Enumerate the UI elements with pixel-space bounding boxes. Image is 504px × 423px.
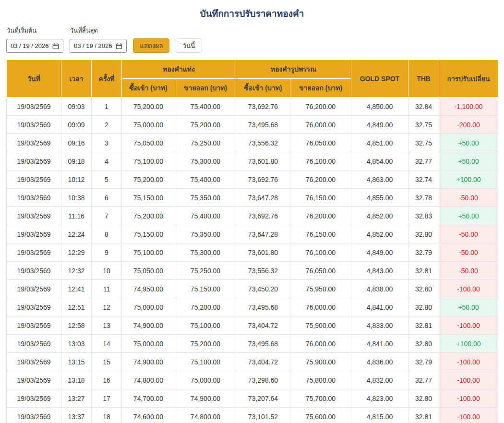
cell-date: 19/03/2569 xyxy=(7,189,61,207)
cell-change: -200.00 xyxy=(439,116,498,134)
cell-jewelry-sell: 76,150.00 xyxy=(290,225,351,243)
cell-gold-spot: 4,815.00 xyxy=(351,408,408,423)
end-date-value: 03 / 19 / 2026 xyxy=(74,42,112,49)
cell-thb: 32.75 xyxy=(408,134,439,152)
cell-time: 12:29 xyxy=(61,243,92,262)
start-date-label: วันที่เริ่มต้น xyxy=(7,25,63,36)
cell-bar-sell: 75,200.00 xyxy=(175,335,236,353)
table-body: 19/03/256909:03175,200.0075,400.0073,692… xyxy=(7,97,498,423)
cell-change: +100.00 xyxy=(439,170,498,189)
end-date-input[interactable]: 03 / 19 / 2026 xyxy=(70,39,127,53)
cell-thb: 32.74 xyxy=(408,170,439,189)
cell-gold-spot: 4,841.00 xyxy=(351,335,408,353)
header-bar-buy: ซื้อเข้า (บาท) xyxy=(122,79,175,97)
cell-jewelry-buy: 73,404.72 xyxy=(236,353,290,371)
cell-jewelry-buy: 73,495.68 xyxy=(236,298,290,316)
cell-thb: 32.81 xyxy=(408,262,439,280)
header-row-groups: วันที่ เวลา ครั้งที่ ทองคำแท่ง ทองคำรูปพ… xyxy=(7,60,498,79)
cell-jewelry-sell: 76,200.00 xyxy=(290,97,351,116)
cell-jewelry-sell: 76,000.00 xyxy=(290,298,351,316)
cell-date: 19/03/2569 xyxy=(7,298,61,316)
cell-bar-sell: 75,150.00 xyxy=(175,280,236,298)
cell-date: 19/03/2569 xyxy=(7,353,61,371)
cell-bar-sell: 75,350.00 xyxy=(175,189,236,207)
cell-time: 13:15 xyxy=(61,353,92,371)
cell-time: 09:18 xyxy=(61,152,92,170)
cell-thb: 32.83 xyxy=(408,207,439,225)
header-thb: THB xyxy=(408,60,439,97)
table-row: 19/03/256913:181674,800.0075,000.0073,29… xyxy=(7,371,498,389)
cell-round: 4 xyxy=(92,152,122,170)
cell-jewelry-sell: 75,600.00 xyxy=(290,408,351,423)
cell-thb: 32.81 xyxy=(408,408,439,423)
cell-change: +50.00 xyxy=(439,207,498,225)
cell-bar-sell: 74,800.00 xyxy=(175,408,236,423)
cell-change: -50.00 xyxy=(439,262,498,280)
cell-time: 13:03 xyxy=(61,335,92,353)
header-time: เวลา xyxy=(61,60,92,97)
cell-date: 19/03/2569 xyxy=(7,316,61,335)
cell-thb: 32.77 xyxy=(408,371,439,389)
today-button[interactable]: วันนี้ xyxy=(176,38,202,53)
cell-gold-spot: 4,851.00 xyxy=(351,134,408,152)
end-date-label: วันที่สิ้นสุด xyxy=(70,25,127,36)
cell-bar-sell: 75,200.00 xyxy=(175,298,236,316)
cell-jewelry-buy: 73,601.80 xyxy=(236,243,290,262)
cell-bar-sell: 75,300.00 xyxy=(175,152,236,170)
cell-date: 19/03/2569 xyxy=(7,152,61,170)
cell-time: 13:18 xyxy=(61,371,92,389)
cell-time: 12:41 xyxy=(61,280,92,298)
cell-bar-buy: 74,600.00 xyxy=(122,408,175,423)
cell-bar-buy: 75,100.00 xyxy=(122,152,175,170)
cell-jewelry-sell: 75,800.00 xyxy=(290,371,351,389)
cell-jewelry-sell: 76,050.00 xyxy=(290,134,351,152)
table-row: 19/03/256911:16775,200.0075,400.0073,692… xyxy=(7,207,498,225)
cell-round: 14 xyxy=(92,335,122,353)
cell-jewelry-sell: 76,200.00 xyxy=(290,170,351,189)
cell-thb: 32.79 xyxy=(408,353,439,371)
cell-change: +100.00 xyxy=(439,335,498,353)
cell-change: -100.00 xyxy=(439,353,498,371)
header-date: วันที่ xyxy=(7,60,61,97)
cell-jewelry-buy: 73,556.32 xyxy=(236,134,290,152)
start-date-input[interactable]: 03 / 19 / 2026 xyxy=(6,39,63,53)
cell-round: 15 xyxy=(92,353,122,371)
page-container: บันทึกการปรับราคาทองคำ วันที่เริ่มต้น 03… xyxy=(0,6,504,423)
header-round: ครั้งที่ xyxy=(92,60,122,97)
cell-bar-buy: 74,900.00 xyxy=(122,316,175,335)
cell-bar-sell: 75,100.00 xyxy=(175,316,236,335)
cell-bar-buy: 75,150.00 xyxy=(122,225,175,243)
header-jewelry-buy: ซื้อเข้า (บาท) xyxy=(236,79,290,97)
cell-date: 19/03/2569 xyxy=(7,389,61,408)
cell-bar-buy: 74,950.00 xyxy=(122,280,175,298)
cell-gold-spot: 4,852.00 xyxy=(351,207,408,225)
cell-round: 16 xyxy=(92,371,122,389)
cell-time: 12:51 xyxy=(61,298,92,316)
cell-date: 19/03/2569 xyxy=(7,280,61,298)
show-results-button[interactable]: แสดงผล xyxy=(133,38,169,53)
cell-bar-sell: 75,000.00 xyxy=(175,371,236,389)
cell-change: -100.00 xyxy=(439,389,498,408)
cell-time: 13:37 xyxy=(61,408,92,423)
cell-change: -1,100.00 xyxy=(439,97,498,116)
cell-jewelry-sell: 75,900.00 xyxy=(290,353,351,371)
calendar-icon[interactable] xyxy=(52,43,59,49)
calendar-icon[interactable] xyxy=(116,43,122,49)
cell-jewelry-buy: 73,692.76 xyxy=(236,170,290,189)
cell-round: 11 xyxy=(92,280,122,298)
cell-thb: 32.80 xyxy=(408,280,439,298)
cell-thb: 32.80 xyxy=(408,389,439,408)
cell-jewelry-buy: 73,601.80 xyxy=(236,152,290,170)
end-date-field: วันที่สิ้นสุด 03 / 19 / 2026 xyxy=(70,25,127,53)
start-date-value: 03 / 19 / 2026 xyxy=(11,42,49,49)
table-row: 19/03/256913:271774,700.0074,900.0073,20… xyxy=(7,389,498,408)
cell-date: 19/03/2569 xyxy=(7,134,61,152)
cell-bar-buy: 75,000.00 xyxy=(122,335,175,353)
cell-bar-buy: 75,000.00 xyxy=(122,116,175,134)
cell-time: 09:09 xyxy=(61,116,92,134)
cell-thb: 32.84 xyxy=(408,97,439,116)
cell-jewelry-buy: 73,692.76 xyxy=(236,97,290,116)
cell-gold-spot: 4,855.00 xyxy=(351,189,408,207)
cell-date: 19/03/2569 xyxy=(7,97,61,116)
table-row: 19/03/256912:321075,050.0075,250.0073,55… xyxy=(7,262,498,280)
